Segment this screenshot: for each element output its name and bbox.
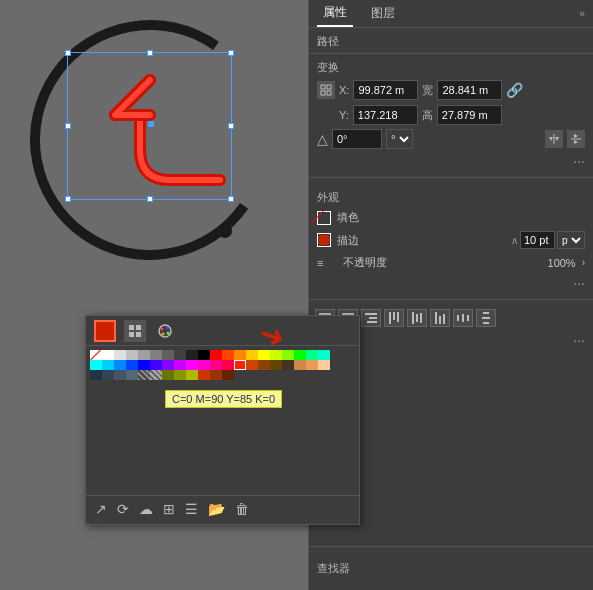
stroke-swatch[interactable] xyxy=(317,233,331,247)
color-brown2[interactable] xyxy=(258,360,270,370)
stroke-up-icon[interactable]: ∧ xyxy=(511,235,518,246)
color-gray3[interactable] xyxy=(138,350,150,360)
align-right-btn[interactable] xyxy=(361,309,381,327)
width-input[interactable] xyxy=(437,80,502,100)
color-peach[interactable] xyxy=(306,360,318,370)
y-input[interactable] xyxy=(353,105,418,125)
appearance-more-menu[interactable]: ··· xyxy=(309,273,593,293)
cp-grid-btn[interactable]: ⊞ xyxy=(160,500,178,518)
color-olive3[interactable] xyxy=(186,370,198,380)
color-white[interactable] xyxy=(102,350,114,360)
transform-more-menu[interactable]: ··· xyxy=(309,151,593,171)
color-red-selected[interactable] xyxy=(234,360,246,370)
x-label: X: xyxy=(339,84,349,96)
flip-v-icon[interactable] xyxy=(567,130,585,148)
color-red[interactable] xyxy=(210,350,222,360)
small-dot xyxy=(218,224,232,238)
color-teal2[interactable] xyxy=(318,350,330,360)
color-panel: 软件自学网 WWW.RJZXW.COM ↗ ⟳ ☁ ⊞ ☰ 📂 🗑 xyxy=(85,315,360,525)
color-grid-view-btn[interactable] xyxy=(124,320,146,342)
color-maroon[interactable] xyxy=(210,370,222,380)
collapse-button[interactable]: « xyxy=(579,8,585,19)
opacity-value: 100% xyxy=(548,257,576,269)
flip-h-icon[interactable] xyxy=(545,130,563,148)
distribute-v-btn[interactable] xyxy=(476,309,496,327)
align-top-btn[interactable] xyxy=(384,309,404,327)
link-wh-icon[interactable]: 🔗 xyxy=(506,82,523,98)
color-skyblue[interactable] xyxy=(102,360,114,370)
width-label: 宽 xyxy=(422,83,433,98)
color-yellow[interactable] xyxy=(246,350,258,360)
svg-rect-18 xyxy=(367,321,377,323)
color-cyan[interactable] xyxy=(90,360,102,370)
cp-refresh-btn[interactable]: ⟳ xyxy=(114,500,132,518)
color-brown3[interactable] xyxy=(270,360,282,370)
color-darkred[interactable] xyxy=(198,370,210,380)
stroke-size-input[interactable] xyxy=(520,231,555,249)
color-olive2[interactable] xyxy=(174,370,186,380)
stroke-unit-select[interactable]: pt xyxy=(557,231,585,249)
anchor-icon[interactable] xyxy=(317,81,335,99)
color-gray6[interactable] xyxy=(174,350,186,360)
cp-add-btn[interactable]: ↗ xyxy=(92,500,110,518)
color-dark3[interactable] xyxy=(114,370,126,380)
color-magenta[interactable] xyxy=(186,360,198,370)
color-gray7[interactable] xyxy=(186,350,198,360)
color-brown1[interactable] xyxy=(246,360,258,370)
color-gray4[interactable] xyxy=(150,350,162,360)
distribute-h-btn[interactable] xyxy=(453,309,473,327)
rotate-input[interactable] xyxy=(332,129,382,149)
color-blue1[interactable] xyxy=(114,360,126,370)
rotate-icon: △ xyxy=(317,131,328,147)
arrow-shape[interactable] xyxy=(65,50,240,205)
color-palette-btn[interactable] xyxy=(154,320,176,342)
tab-layers[interactable]: 图层 xyxy=(365,1,401,26)
svg-rect-24 xyxy=(420,313,422,323)
fill-swatch[interactable] xyxy=(317,211,331,225)
cp-open-btn[interactable]: 📂 xyxy=(205,500,228,518)
tab-properties[interactable]: 属性 xyxy=(317,0,353,27)
cp-folder-btn[interactable]: ☰ xyxy=(182,500,201,518)
color-blue2[interactable] xyxy=(126,360,138,370)
color-blue3[interactable] xyxy=(138,360,150,370)
color-pink1[interactable] xyxy=(198,360,210,370)
color-panel-swatch[interactable] xyxy=(94,320,116,342)
svg-rect-26 xyxy=(439,316,441,324)
cp-cloud-btn[interactable]: ☁ xyxy=(136,500,156,518)
color-orange[interactable] xyxy=(234,350,246,360)
color-rose[interactable] xyxy=(222,360,234,370)
color-gray1[interactable] xyxy=(114,350,126,360)
color-maroon2[interactable] xyxy=(222,370,234,380)
color-redorange[interactable] xyxy=(222,350,234,360)
color-violet1[interactable] xyxy=(150,360,162,370)
opacity-expand-btn[interactable]: › xyxy=(582,257,585,268)
color-brown4[interactable] xyxy=(282,360,294,370)
color-olive[interactable] xyxy=(162,370,174,380)
align-bottom-btn[interactable] xyxy=(430,309,450,327)
stroke-row: 描边 ∧ pt xyxy=(309,228,593,252)
color-lime[interactable] xyxy=(282,350,294,360)
height-input[interactable] xyxy=(437,105,502,125)
color-teal1[interactable] xyxy=(306,350,318,360)
color-pink2[interactable] xyxy=(210,360,222,370)
x-input[interactable] xyxy=(353,80,418,100)
color-pattern1[interactable] xyxy=(138,370,150,380)
color-gray2[interactable] xyxy=(126,350,138,360)
color-skin[interactable] xyxy=(318,360,330,370)
color-dark4[interactable] xyxy=(126,370,138,380)
color-gray5[interactable] xyxy=(162,350,174,360)
color-dark2[interactable] xyxy=(102,370,114,380)
color-green[interactable] xyxy=(294,350,306,360)
no-color-swatch[interactable] xyxy=(90,350,102,360)
color-dark1[interactable] xyxy=(90,370,102,380)
rotate-options[interactable]: ° xyxy=(386,129,413,149)
align-middle-btn[interactable] xyxy=(407,309,427,327)
appearance-label: 外观 xyxy=(309,184,593,207)
color-black[interactable] xyxy=(198,350,210,360)
color-tan[interactable] xyxy=(294,360,306,370)
color-purple[interactable] xyxy=(174,360,186,370)
cp-delete-btn[interactable]: 🗑 xyxy=(232,500,252,518)
color-pattern2[interactable] xyxy=(150,370,162,380)
color-violet2[interactable] xyxy=(162,360,174,370)
svg-marker-5 xyxy=(549,137,553,141)
